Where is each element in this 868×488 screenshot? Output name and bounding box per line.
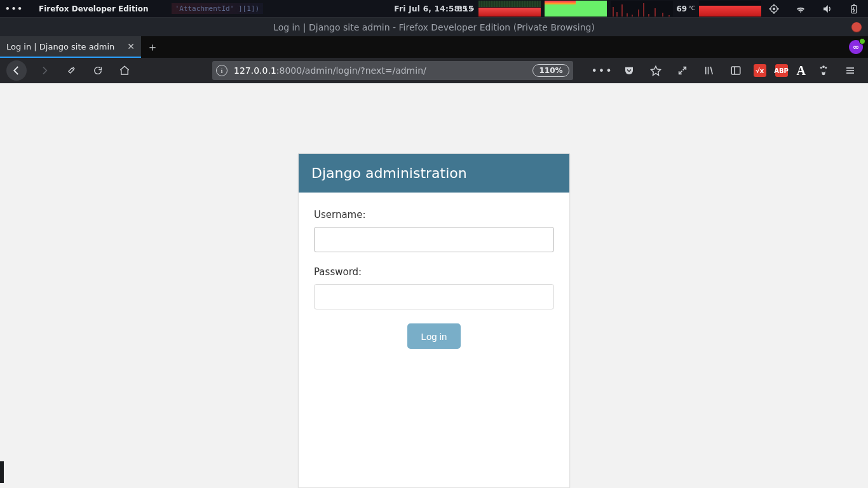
svg-point-27 bbox=[820, 67, 822, 69]
nav-toolbar: i 127.0.0.1:8000/admin/login/?next=/admi… bbox=[0, 58, 868, 83]
url-path: :8000/admin/login/?next=/admin/ bbox=[276, 65, 426, 76]
gnome-extension-icon[interactable] bbox=[815, 62, 832, 79]
svg-point-29 bbox=[825, 67, 827, 69]
page-actions-icon[interactable]: ••• bbox=[593, 62, 611, 79]
background-terminal-text: 'AttachmentId' ][1]) bbox=[172, 3, 263, 14]
window-title-bar: Log in | Django site admin - Firefox Dev… bbox=[0, 17, 868, 36]
new-tab-button[interactable]: ＋ bbox=[141, 36, 164, 58]
tab-title: Log in | Django site admin bbox=[6, 42, 114, 51]
overflow-menu-icon[interactable] bbox=[841, 62, 859, 79]
password-input[interactable] bbox=[314, 284, 554, 309]
wifi-icon[interactable] bbox=[792, 0, 810, 18]
active-app-title: Firefox Developer Edition bbox=[39, 4, 149, 13]
adblock-extension-icon[interactable]: ABP bbox=[775, 64, 788, 77]
site-info-icon[interactable]: i bbox=[216, 65, 227, 76]
net-graph bbox=[611, 1, 673, 17]
menu-dots-icon[interactable]: ••• bbox=[5, 4, 24, 13]
window-close-button[interactable] bbox=[851, 22, 862, 32]
devtools-icon[interactable] bbox=[62, 62, 80, 79]
page-viewport: Django administration Username: Password… bbox=[0, 83, 868, 488]
username-input[interactable] bbox=[314, 227, 554, 252]
login-card: Django administration Username: Password… bbox=[298, 153, 570, 488]
target-icon[interactable] bbox=[765, 0, 783, 18]
clock: Fri Jul 6, 14:58:15 bbox=[394, 4, 473, 13]
cpu-graph-1 bbox=[478, 1, 541, 17]
noscript-extension-icon[interactable]: √x bbox=[754, 64, 766, 77]
forward-button[interactable] bbox=[36, 62, 53, 79]
svg-marker-19 bbox=[651, 66, 660, 75]
login-button[interactable]: Log in bbox=[407, 323, 461, 349]
volume-icon[interactable] bbox=[818, 0, 836, 18]
url-bar[interactable]: i 127.0.0.1:8000/admin/login/?next=/admi… bbox=[212, 61, 573, 80]
pocket-icon[interactable] bbox=[620, 62, 638, 79]
cpu-graph-2 bbox=[545, 1, 607, 17]
bookmark-star-icon[interactable] bbox=[647, 62, 665, 79]
zoom-indicator[interactable]: 110% bbox=[532, 64, 569, 77]
extension-update-dot bbox=[859, 38, 865, 44]
fullscreen-icon[interactable] bbox=[674, 62, 691, 79]
font-extension-icon[interactable]: A bbox=[797, 64, 806, 78]
temp-graph bbox=[699, 1, 761, 17]
sidebar-toggle-icon[interactable] bbox=[727, 62, 745, 79]
browser-tab-active[interactable]: Log in | Django site admin ✕ bbox=[0, 36, 141, 58]
login-header: Django administration bbox=[299, 154, 569, 193]
home-button[interactable] bbox=[116, 62, 133, 79]
url-host: 127.0.0.1 bbox=[234, 65, 276, 76]
username-label: Username: bbox=[314, 209, 554, 220]
svg-line-24 bbox=[710, 67, 712, 74]
os-top-bar: ••• Firefox Developer Edition 'Attachmen… bbox=[0, 0, 868, 17]
svg-point-12 bbox=[773, 8, 775, 10]
temperature: 69 °C bbox=[677, 4, 696, 13]
reload-button[interactable] bbox=[89, 62, 107, 79]
library-icon[interactable] bbox=[700, 62, 718, 79]
back-button[interactable] bbox=[6, 60, 27, 81]
power-charge-icon[interactable] bbox=[845, 0, 863, 18]
password-label: Password: bbox=[314, 266, 554, 278]
tab-close-icon[interactable]: ✕ bbox=[127, 41, 135, 51]
side-handle bbox=[0, 461, 4, 483]
svg-rect-25 bbox=[731, 67, 740, 74]
window-title-text: Log in | Django site admin - Firefox Dev… bbox=[273, 22, 595, 32]
tab-strip: Log in | Django site admin ✕ ＋ bbox=[0, 36, 868, 58]
svg-point-28 bbox=[822, 65, 825, 68]
